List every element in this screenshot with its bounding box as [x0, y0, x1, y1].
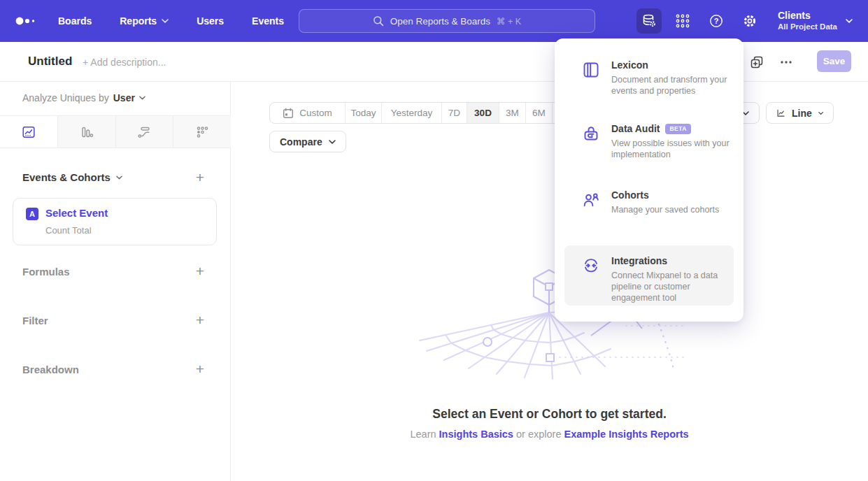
empty-state-links: Learn Insights Basics or explore Example…: [231, 429, 868, 440]
nav-item-label: Reports: [120, 15, 157, 27]
tab-metrics[interactable]: [173, 116, 231, 148]
date-range-30d[interactable]: 30D: [467, 103, 499, 123]
project-selector[interactable]: Clients All Project Data: [778, 0, 853, 42]
nav-item-label: Events: [252, 15, 284, 27]
data-management-button[interactable]: [636, 8, 662, 34]
insights-basics-link[interactable]: Insights Basics: [439, 429, 513, 440]
date-range-7d[interactable]: 7D: [441, 103, 467, 123]
date-range-today[interactable]: Today: [345, 103, 381, 123]
chevron-down-icon: [162, 19, 169, 23]
search-placeholder: Open Reports & Boards: [390, 16, 490, 27]
add-description-field[interactable]: + Add description...: [83, 57, 166, 68]
query-builder-sidebar: Analyze Uniques by User: [0, 82, 231, 481]
duplicate-button[interactable]: [750, 55, 764, 69]
menu-item-data-audit[interactable]: Data Audit BETA View possible issues wit…: [564, 123, 734, 180]
menu-item-title: Data Audit: [611, 123, 660, 134]
menu-item-title: Integrations: [611, 255, 667, 266]
analyze-row: Analyze Uniques by User: [22, 92, 145, 103]
search-shortcut: ⌘ + K: [497, 16, 521, 27]
formulas-label: Formulas: [22, 266, 70, 278]
chart-type-dropdown[interactable]: Line: [766, 102, 834, 124]
flow-chart-icon: [137, 125, 151, 139]
data-audit-icon: [582, 124, 600, 143]
settings-button[interactable]: [737, 8, 762, 34]
events-cohorts-header[interactable]: Events & Cohorts: [22, 171, 122, 183]
add-formula-button[interactable]: +: [192, 264, 208, 280]
breakdown-label: Breakdown: [22, 364, 79, 375]
nav-item-label: Users: [197, 15, 224, 27]
range-label: 7D: [448, 108, 460, 118]
chevron-down-icon: [846, 19, 853, 23]
nav-item-boards[interactable]: Boards: [58, 15, 92, 27]
date-range-3m[interactable]: 3M: [499, 103, 525, 123]
copy-plus-icon: [750, 55, 764, 69]
chevron-down-icon: [116, 175, 122, 180]
gear-icon: [742, 13, 757, 29]
menu-item-description: Document and transform your events and p…: [611, 74, 734, 96]
bar-chart-icon: [80, 125, 94, 139]
range-label: Custom: [299, 108, 332, 118]
help-button[interactable]: ?: [704, 8, 729, 34]
count-type-selector[interactable]: Count Total: [45, 225, 92, 236]
apps-grid-button[interactable]: [670, 8, 695, 34]
cohorts-people-icon: [582, 191, 600, 209]
add-event-button[interactable]: +: [192, 171, 208, 186]
help-icon: ?: [709, 13, 724, 29]
nav-item-events[interactable]: Events: [252, 15, 284, 27]
date-range-custom[interactable]: Custom: [270, 103, 345, 123]
add-filter-button[interactable]: +: [192, 313, 208, 329]
mixpanel-logo-icon[interactable]: [15, 0, 41, 42]
range-label: Today: [350, 108, 376, 118]
range-label: Yesterday: [391, 108, 433, 118]
chevron-down-icon: [139, 96, 145, 100]
range-label: 6M: [532, 108, 546, 118]
search-icon: [373, 15, 384, 27]
select-event-button[interactable]: Select Event: [45, 207, 108, 219]
menu-item-cohorts[interactable]: Cohorts Manage your saved cohorts: [564, 189, 734, 231]
line-chart-icon: [776, 107, 785, 120]
menu-item-title: Cohorts: [611, 189, 649, 201]
date-range-yesterday[interactable]: Yesterday: [381, 103, 441, 123]
top-nav: Boards Reports Users Events Open Reports…: [0, 0, 868, 42]
chevron-down-icon: [329, 140, 336, 144]
metrics-dots-icon: [195, 125, 209, 139]
add-breakdown-button[interactable]: +: [192, 362, 208, 378]
beta-badge: BETA: [665, 124, 691, 134]
event-letter-badge: A: [26, 208, 38, 220]
menu-item-description: View possible issues with your implement…: [611, 138, 734, 160]
compare-button[interactable]: Compare: [269, 131, 346, 152]
tab-bar-chart[interactable]: [57, 116, 115, 148]
integrations-sync-icon: [582, 257, 600, 275]
compare-label: Compare: [280, 136, 322, 148]
save-button[interactable]: Save: [817, 50, 851, 72]
line-chart-icon: [22, 125, 36, 139]
date-range-control: Custom Today Yesterday 7D 30D 3M 6M: [269, 102, 588, 124]
menu-item-integrations[interactable]: Integrations Connect Mixpanel to a data …: [564, 245, 734, 306]
chevron-down-icon: [818, 111, 823, 115]
date-range-6m[interactable]: 6M: [525, 103, 552, 123]
more-options-button[interactable]: [779, 58, 793, 72]
menu-item-lexicon[interactable]: Lexicon Document and transform your even…: [564, 59, 734, 117]
nav-item-users[interactable]: Users: [197, 15, 224, 27]
report-title[interactable]: Untitled: [28, 55, 72, 69]
workspace-name: Clients: [778, 10, 837, 22]
menu-item-description: Manage your saved cohorts: [611, 204, 734, 215]
nav-item-label: Boards: [58, 15, 92, 27]
data-management-menu: Lexicon Document and transform your even…: [555, 38, 744, 322]
chart-type-label: Line: [792, 108, 812, 119]
analyze-by-dropdown[interactable]: User: [113, 92, 145, 103]
range-label: 30D: [474, 108, 492, 118]
example-reports-link[interactable]: Example Insights Reports: [564, 429, 688, 440]
database-gear-icon: [641, 13, 657, 29]
empty-state-title: Select an Event or Cohort to get started…: [231, 407, 868, 422]
menu-item-description: Connect Mixpanel to a data pipeline or c…: [611, 270, 734, 303]
nav-item-reports[interactable]: Reports: [120, 15, 169, 27]
event-card[interactable]: A Select Event Count Total: [13, 198, 217, 245]
tab-insights-line[interactable]: [0, 116, 57, 148]
tab-flow-chart[interactable]: [115, 116, 173, 148]
menu-item-title: Lexicon: [611, 59, 648, 71]
global-search-input[interactable]: Open Reports & Boards ⌘ + K: [299, 9, 595, 33]
analyze-value: User: [113, 92, 135, 103]
range-label: 3M: [506, 108, 519, 118]
calendar-icon: [283, 108, 294, 119]
